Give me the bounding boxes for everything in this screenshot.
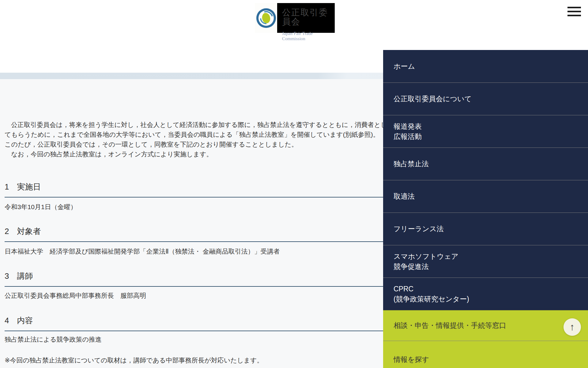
section-body-audience: 日本福祉大学 経済学部及び国際福祉開発学部「企業法Ⅱ（独禁法・ 金融商品取引法）… (5, 247, 280, 256)
hamburger-icon (567, 7, 581, 8)
logo-subtitle: Japan Fair Trade Commission (282, 31, 335, 41)
sidebar-item-label: スマホソフトウェア (394, 251, 588, 262)
page: 公正取引委員会 Japan Fair Trade Commission 公正取引… (0, 0, 588, 368)
section-body-lecturer: 公正取引委員会事務総局中部事務所長 服部高明 (5, 291, 146, 300)
menu-toggle-button[interactable] (567, 7, 581, 16)
jftc-logo[interactable]: 公正取引委員会 Japan Fair Trade Commission (255, 3, 335, 33)
sidebar-item-subcontract[interactable]: 取適法 (383, 180, 588, 213)
sidebar-item-label: 競争促進法 (394, 262, 588, 272)
sidebar-item-label: (競争政策研究センター) (394, 294, 588, 304)
sidebar-item-freelance[interactable]: フリーランス法 (383, 213, 588, 245)
sidebar-item-consultation[interactable]: 相談・申告・情報提供・手続等窓口 (383, 310, 588, 341)
sidebar-item-label: フリーランス法 (394, 224, 588, 234)
sidebar-item-about[interactable]: 公正取引委員会について (383, 82, 588, 115)
sidebar-item-label: CPRC (394, 284, 588, 294)
sidebar-item-cprc[interactable]: CPRC (競争政策研究センター) (383, 278, 588, 310)
sidebar-item-label: 広報活動 (394, 132, 588, 142)
arrow-up-icon: ↑ (570, 321, 575, 333)
section-note: ※今回の独占禁止法教室についての取材は，講師である中部事務所長が対応いたします。 (5, 356, 263, 365)
sidebar-item-antimonopoly[interactable]: 独占禁止法 (383, 148, 588, 180)
sidebar-item-label: ホーム (394, 61, 588, 71)
jftc-emblem-icon (255, 3, 277, 33)
sidebar-item-label: 情報を探す (394, 355, 588, 365)
sidebar-item-home[interactable]: ホーム (383, 50, 588, 82)
hamburger-icon (567, 11, 581, 12)
scroll-to-top-button[interactable]: ↑ (564, 318, 581, 336)
sidebar-item-press[interactable]: 報道発表 広報活動 (383, 115, 588, 148)
sidebar-item-label: 報道発表 (394, 121, 588, 132)
hamburger-icon (567, 15, 581, 16)
logo-text-block: 公正取引委員会 Japan Fair Trade Commission (277, 3, 335, 33)
sidebar-menu: ホーム 公正取引委員会について 報道発表 広報活動 独占禁止法 取適法 フリーラ… (383, 50, 588, 368)
logo-title: 公正取引委員会 (282, 8, 335, 26)
section-body-contents: 独占禁止法による競争政策の推進 (5, 335, 102, 344)
sidebar-item-label: 独占禁止法 (394, 159, 588, 169)
section-body-date: 令和3年10月1日（金曜） (5, 203, 77, 211)
sidebar-item-search[interactable]: 情報を探す (383, 341, 588, 368)
sidebar-item-smartphone[interactable]: スマホソフトウェア 競争促進法 (383, 245, 588, 278)
sidebar-item-label: 相談・申告・情報提供・手続等窓口 (394, 320, 588, 331)
emblem-circle-icon (256, 8, 276, 28)
sidebar-item-label: 公正取引委員会について (394, 94, 588, 104)
sidebar-item-label: 取適法 (394, 191, 588, 201)
